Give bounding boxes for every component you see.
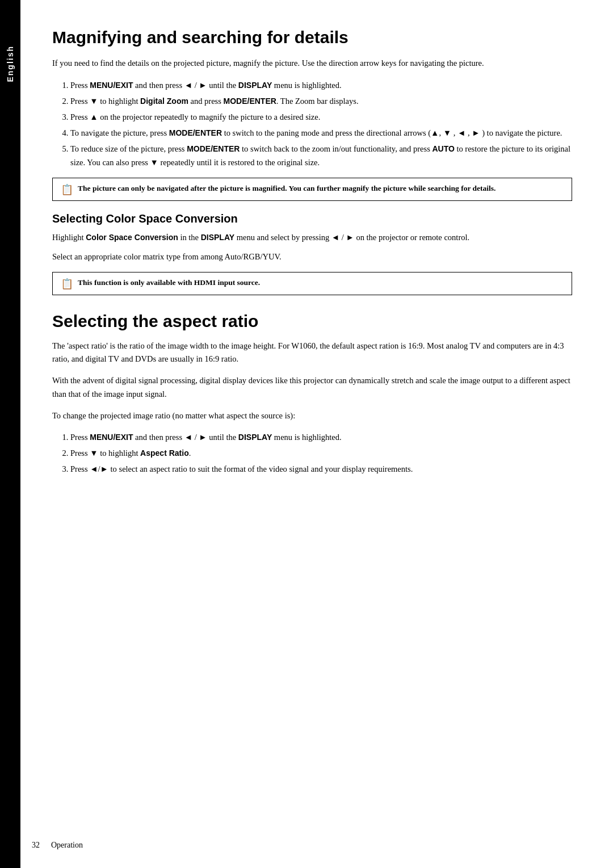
note-box-1: 📋 The picture can only be navigated afte… [52,178,572,201]
side-tab: English [0,0,20,868]
section2-intro1: Highlight Color Space Conversion in the … [52,231,572,245]
step-1: Press MENU/EXIT and then press ◄ / ► unt… [70,79,572,93]
step-2: Press ▼ to highlight Digital Zoom and pr… [70,95,572,108]
section3-steps: Press MENU/EXIT and then press ◄ / ► unt… [70,431,572,476]
section1-steps: Press MENU/EXIT and then press ◄ / ► unt… [70,79,572,170]
note-text-2: This function is only available with HDM… [78,277,260,289]
section3-para2: With the advent of digital signal proces… [52,374,572,401]
section3-step-2: Press ▼ to highlight Aspect Ratio. [70,447,572,460]
page-container: English Magnifying and searching for det… [0,0,613,868]
section1-title: Magnifying and searching for details [52,27,572,48]
step-4: To navigate the picture, press MODE/ENTE… [70,127,572,140]
section3-title: Selecting the aspect ratio [52,311,572,332]
side-tab-label: English [6,45,15,82]
step-3: Press ▲ on the projector repeatedly to m… [70,111,572,124]
section2-title: Selecting Color Space Conversion [52,212,572,225]
section3-step-3: Press ◄/► to select an aspect ratio to s… [70,463,572,476]
note-icon-1: 📋 [61,183,73,196]
section1-intro: If you need to find the details on the p… [52,57,572,70]
step-5: To reduce size of the picture, press MOD… [70,142,572,170]
note-text-1: The picture can only be navigated after … [78,183,496,195]
note-box-2: 📋 This function is only available with H… [52,272,572,295]
footer-section: Operation [51,841,83,850]
page-footer: 32 Operation [32,841,83,850]
section3-para1: The 'aspect ratio' is the ratio of the i… [52,339,572,367]
section2-intro2: Select an appropriate color matrix type … [52,250,572,264]
footer-page-number: 32 [32,841,40,850]
main-content: Magnifying and searching for details If … [20,0,613,868]
note-icon-2: 📋 [61,278,73,290]
section3-step-1: Press MENU/EXIT and then press ◄ / ► unt… [70,431,572,445]
section3-para3: To change the projected image ratio (no … [52,409,572,423]
